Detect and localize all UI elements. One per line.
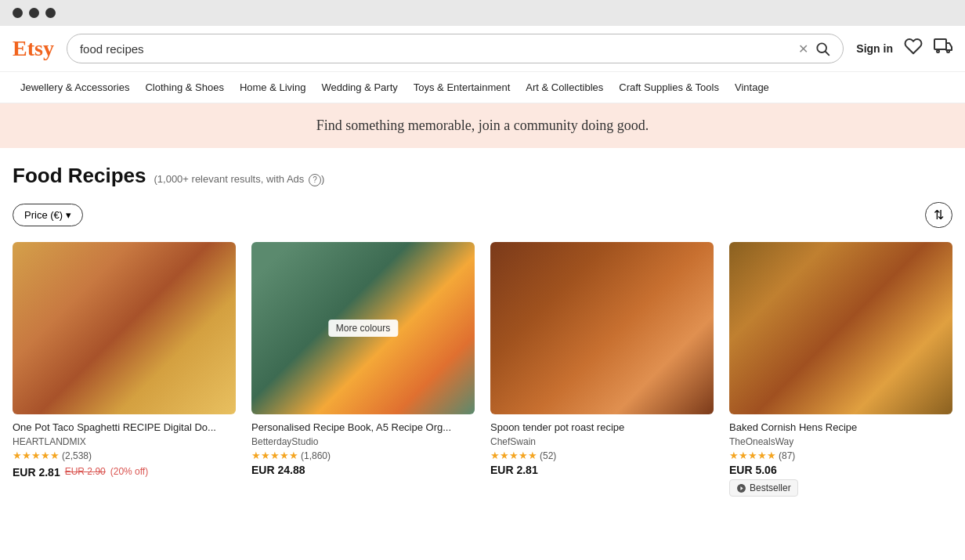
product-image <box>490 242 714 414</box>
product-discount: (20% off) <box>110 466 148 477</box>
product-original-price: EUR 2.90 <box>65 466 106 477</box>
review-count: (2,538) <box>62 450 92 461</box>
wishlist-icon[interactable] <box>904 37 923 60</box>
nav-item-clothing[interactable]: Clothing & Shoes <box>137 72 231 103</box>
svg-line-1 <box>826 52 829 56</box>
product-shop: BetterdayStudio <box>251 436 475 447</box>
nav-item-craft[interactable]: Craft Supplies & Tools <box>611 72 727 103</box>
product-rating: ★★★★★ (87) <box>729 450 952 461</box>
star-icons: ★★★★★ <box>729 450 776 461</box>
product-image <box>729 242 952 414</box>
product-title: One Pot Taco Spaghetti RECIPE Digital Do… <box>13 421 236 435</box>
product-shop: HEARTLANDMIX <box>13 436 236 447</box>
search-input[interactable] <box>80 42 792 56</box>
nav-item-art[interactable]: Art & Collectibles <box>518 72 611 103</box>
navigation: Jewellery & Accessories Clothing & Shoes… <box>0 72 965 103</box>
product-title: Baked Cornish Hens Recipe <box>729 421 952 435</box>
review-count: (1,860) <box>301 450 331 461</box>
star-icons: ★★★★★ <box>490 450 537 461</box>
product-card-p4[interactable]: Baked Cornish Hens Recipe TheOnealsWay ★… <box>729 242 952 497</box>
titlebar <box>0 0 965 26</box>
product-card-p3[interactable]: Spoon tender pot roast recipe ChefSwain … <box>490 242 714 497</box>
product-price: EUR 2.81 <box>13 466 60 479</box>
banner-text: Find something memorable, join a communi… <box>316 117 649 133</box>
header-actions: Sign in <box>856 37 952 60</box>
review-count: (87) <box>779 450 795 461</box>
promo-banner: Find something memorable, join a communi… <box>0 103 965 148</box>
svg-point-3 <box>937 50 939 52</box>
bestseller-badge: Bestseller <box>729 479 798 497</box>
product-price: EUR 5.06 <box>729 464 952 476</box>
nav-item-home[interactable]: Home & Living <box>232 72 314 103</box>
titlebar-dot-3 <box>45 8 56 18</box>
price-filter-button[interactable]: Price (€) ▾ <box>13 204 83 226</box>
product-title: Spoon tender pot roast recipe <box>490 421 714 435</box>
etsy-logo[interactable]: Etsy <box>13 36 54 61</box>
product-shop: TheOnealsWay <box>729 436 952 447</box>
svg-point-4 <box>947 50 949 52</box>
page-title: Food Recipes <box>13 164 146 188</box>
product-card-p2[interactable]: More colours Personalised Recipe Book, A… <box>251 242 475 497</box>
product-rating: ★★★★★ (52) <box>490 450 714 461</box>
titlebar-dot-1 <box>13 8 23 18</box>
nav-item-toys[interactable]: Toys & Entertainment <box>406 72 519 103</box>
clear-search-icon[interactable]: ✕ <box>798 42 808 56</box>
product-rating: ★★★★★ (1,860) <box>251 450 475 461</box>
product-price: EUR 2.81 <box>490 464 714 476</box>
titlebar-dot-2 <box>29 8 39 18</box>
product-title: Personalised Recipe Book, A5 Recipe Org.… <box>251 421 475 435</box>
sign-in-link[interactable]: Sign in <box>856 42 893 55</box>
bestseller-icon <box>736 483 746 493</box>
header: Etsy ✕ Sign in <box>0 26 965 72</box>
product-price: EUR 24.88 <box>251 464 475 476</box>
main-content: Food Recipes (1,000+ relevant results, w… <box>0 148 965 512</box>
product-rating: ★★★★★ (2,538) <box>13 450 236 461</box>
star-icons: ★★★★★ <box>251 450 298 461</box>
products-grid: One Pot Taco Spaghetti RECIPE Digital Do… <box>13 242 952 497</box>
nav-item-vintage[interactable]: Vintage <box>727 72 777 103</box>
nav-item-jewellery[interactable]: Jewellery & Accessories <box>13 72 137 103</box>
search-bar: ✕ <box>67 34 844 63</box>
star-icons: ★★★★★ <box>13 450 60 461</box>
product-image <box>13 242 236 414</box>
help-icon[interactable]: ? <box>309 174 321 186</box>
svg-rect-2 <box>934 39 946 49</box>
more-colours-badge: More colours <box>328 320 398 337</box>
cart-icon[interactable] <box>934 37 952 60</box>
search-icon[interactable] <box>815 41 830 56</box>
page-title-row: Food Recipes (1,000+ relevant results, w… <box>13 164 952 188</box>
filters-row: Price (€) ▾ ⇅ <box>13 202 952 228</box>
product-card-p1[interactable]: One Pot Taco Spaghetti RECIPE Digital Do… <box>13 242 236 497</box>
nav-item-wedding[interactable]: Wedding & Party <box>313 72 405 103</box>
sort-button[interactable]: ⇅ <box>925 202 952 228</box>
product-shop: ChefSwain <box>490 436 714 447</box>
review-count: (52) <box>540 450 556 461</box>
page-subtitle: (1,000+ relevant results, with Ads ?) <box>154 173 324 186</box>
product-image: More colours <box>251 242 475 414</box>
